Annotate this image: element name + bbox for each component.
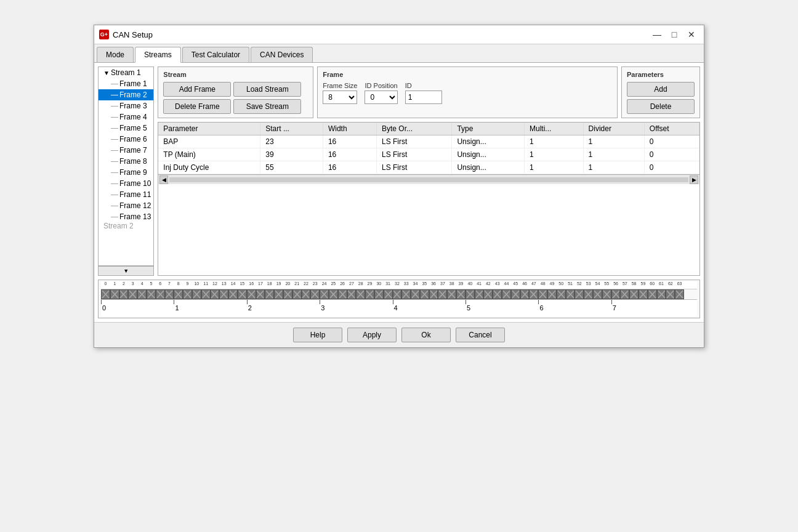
data-table-section: Parameter Start ... Width Byte Or... Typ… — [158, 122, 700, 276]
parameters-panel: Parameters Add Delete — [621, 66, 700, 118]
tree-label: Frame 4 — [119, 113, 147, 121]
tree-item-stream1[interactable]: ▼ Stream 1 — [99, 67, 153, 78]
title-bar-left: G+ CAN Setup — [99, 30, 153, 39]
dash-icon: — — [111, 135, 118, 143]
cell-multi: 1 — [524, 135, 583, 148]
save-stream-button[interactable]: Save Stream — [233, 99, 301, 114]
tree-item-frame1[interactable]: — Frame 1 — [99, 78, 153, 89]
cell-type: Unsign... — [452, 135, 525, 148]
load-stream-button[interactable]: Load Stream — [233, 82, 301, 97]
dash-icon: — — [111, 79, 118, 88]
id-label: ID — [405, 82, 442, 89]
scroll-track[interactable] — [169, 177, 688, 182]
tree-label: Frame 6 — [119, 135, 147, 143]
col-header-offset: Offset — [644, 123, 699, 135]
id-group: ID — [405, 82, 442, 104]
frame-size-label: Frame Size — [323, 82, 357, 89]
dash-icon: — — [111, 157, 118, 166]
window-controls: — □ ✕ — [650, 29, 699, 40]
cell-start: 23 — [260, 135, 323, 148]
tree-item-frame4[interactable]: — Frame 4 — [99, 111, 153, 123]
id-input[interactable] — [405, 91, 442, 104]
main-window: G+ CAN Setup — □ ✕ Mode Streams Test Cal… — [94, 25, 704, 348]
tree-item-frame8[interactable]: — Frame 8 — [99, 156, 153, 167]
cell-divider: 1 — [583, 148, 644, 161]
tree-label: Frame 9 — [119, 168, 147, 177]
tree-item-frame6[interactable]: — Frame 6 — [99, 134, 153, 145]
stream-buttons: Add Frame Load Stream Delete Frame Save … — [163, 82, 308, 114]
close-button[interactable]: ✕ — [684, 29, 699, 40]
delete-parameter-button[interactable]: Delete — [627, 99, 695, 114]
horizontal-scrollbar[interactable]: ◀ ▶ — [158, 174, 699, 184]
tree-label: Frame 11 — [119, 190, 151, 199]
table-row[interactable]: Inj Duty Cycle 55 16 LS First Unsign... … — [158, 161, 699, 174]
cell-offset: 0 — [644, 148, 699, 161]
tree-item-frame3[interactable]: — Frame 3 — [99, 100, 153, 111]
tree-wrapper: ▼ Stream 1 — Frame 1 — Frame 2 — [98, 66, 154, 276]
cell-offset: 0 — [644, 161, 699, 174]
main-content: ▼ Stream 1 — Frame 1 — Frame 2 — [94, 63, 704, 322]
cell-type: Unsign... — [452, 161, 525, 174]
cell-byte-order: LS First — [377, 135, 452, 148]
bit-boxes — [101, 289, 697, 299]
cell-start: 55 — [260, 161, 323, 174]
cell-byte-order: LS First — [377, 148, 452, 161]
tree-label: Frame 12 — [119, 201, 151, 210]
tab-test-calculator[interactable]: Test Calculator — [182, 47, 249, 62]
ok-button[interactable]: Ok — [401, 328, 451, 342]
tree-label: Frame 8 — [119, 157, 147, 166]
panels-row: Stream Add Frame Load Stream Delete Fram… — [158, 66, 700, 118]
stream-panel-title: Stream — [163, 71, 308, 78]
cell-divider: 1 — [583, 135, 644, 148]
add-frame-button[interactable]: Add Frame — [163, 82, 231, 97]
tree-item-frame12[interactable]: — Frame 12 — [99, 200, 153, 211]
tree-scroll-down[interactable]: ▼ — [98, 266, 154, 276]
bit-ruler-container: 0123456789101112131415161718192021222324… — [99, 280, 699, 318]
table-row[interactable]: TP (Main) 39 16 LS First Unsign... 1 1 0 — [158, 148, 699, 161]
dash-icon: — — [111, 201, 118, 210]
cell-multi: 1 — [524, 148, 583, 161]
tree-item-stream2-partial[interactable]: Stream 2 — [99, 222, 153, 230]
tree-label: Frame 7 — [119, 146, 147, 155]
col-header-byte-order: Byte Or... — [377, 123, 452, 135]
tree-item-frame2[interactable]: — Frame 2 — [99, 89, 153, 100]
tab-streams[interactable]: Streams — [135, 47, 181, 63]
tree-label: Frame 2 — [119, 91, 147, 99]
frame-size-select[interactable]: 8 — [323, 91, 357, 104]
cell-width: 16 — [323, 161, 376, 174]
cell-width: 16 — [323, 135, 376, 148]
dash-icon: — — [111, 124, 118, 132]
scroll-right-arrow[interactable]: ▶ — [690, 175, 698, 184]
tree-item-frame13[interactable]: — Frame 13 — [99, 211, 153, 222]
table-row[interactable]: BAP 23 16 LS First Unsign... 1 1 0 — [158, 135, 699, 148]
minimize-button[interactable]: — — [650, 29, 664, 40]
footer: Help Apply Ok Cancel — [94, 322, 704, 347]
frame-panel: Frame Frame Size 8 ID Position — [317, 66, 618, 118]
maximize-button[interactable]: □ — [667, 29, 682, 40]
help-button[interactable]: Help — [293, 328, 342, 342]
parameters-panel-title: Parameters — [627, 71, 695, 78]
cell-parameter: TP (Main) — [158, 148, 260, 161]
tree-label: Frame 5 — [119, 124, 147, 132]
scroll-left-arrow[interactable]: ◀ — [159, 175, 168, 184]
byte-axis: 01234567 — [101, 299, 697, 316]
tab-mode[interactable]: Mode — [97, 47, 134, 62]
delete-frame-button[interactable]: Delete Frame — [163, 99, 231, 114]
cancel-button[interactable]: Cancel — [456, 328, 505, 342]
cell-divider: 1 — [583, 161, 644, 174]
tree-item-frame7[interactable]: — Frame 7 — [99, 145, 153, 156]
add-parameter-button[interactable]: Add — [627, 82, 695, 97]
tree-item-frame9[interactable]: — Frame 9 — [99, 167, 153, 178]
tree-item-frame11[interactable]: — Frame 11 — [99, 189, 153, 200]
bit-numbers: 0123456789101112131415161718192021222324… — [101, 281, 684, 289]
id-position-select[interactable]: 0 — [365, 91, 397, 104]
frame-size-group: Frame Size 8 — [323, 82, 357, 104]
tree-item-frame5[interactable]: — Frame 5 — [99, 123, 153, 134]
cell-type: Unsign... — [452, 148, 525, 161]
tree-item-frame10[interactable]: — Frame 10 — [99, 178, 153, 189]
dash-icon: — — [111, 113, 118, 121]
id-position-group: ID Position 0 — [365, 82, 397, 104]
cell-parameter: Inj Duty Cycle — [158, 161, 260, 174]
apply-button[interactable]: Apply — [347, 328, 397, 342]
tab-can-devices[interactable]: CAN Devices — [251, 47, 313, 62]
